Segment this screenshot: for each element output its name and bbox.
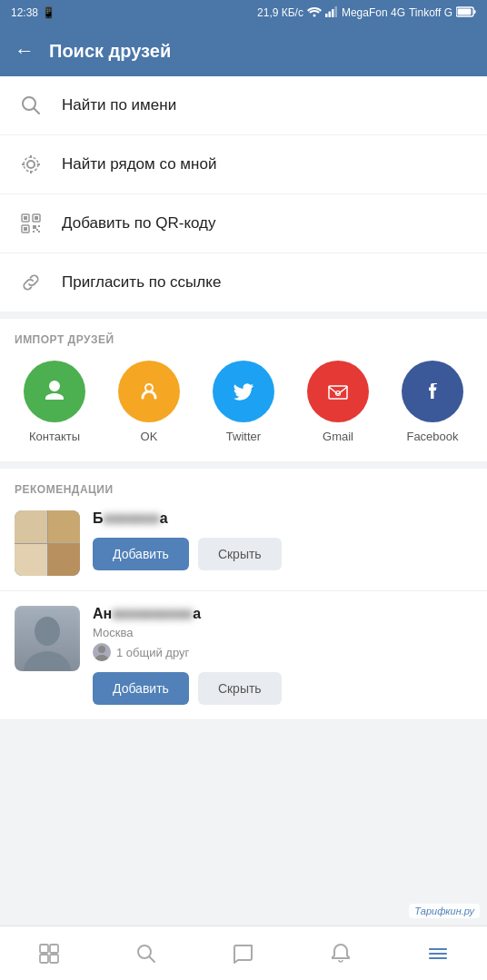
facebook-label: Facebook [406, 430, 458, 443]
menu-item-search-nearby[interactable]: Найти рядом со мной [0, 135, 487, 194]
svg-rect-7 [474, 10, 476, 14]
svg-point-0 [313, 14, 315, 16]
facebook-circle [402, 361, 463, 422]
svg-rect-36 [50, 945, 58, 953]
import-twitter[interactable]: Twitter [213, 361, 274, 443]
import-items: Контакты OK [0, 361, 487, 443]
status-time: 12:38 [11, 6, 38, 19]
nav-chat[interactable] [222, 932, 265, 975]
bottom-nav [0, 926, 487, 980]
qr-icon [18, 211, 44, 236]
reco-info-2: Анxxxxxxxxxxа Москва 1 общий друг Добави… [93, 606, 472, 705]
watermark: Тарифкин.ру [409, 904, 480, 918]
import-facebook[interactable]: Facebook [402, 361, 463, 443]
svg-rect-17 [24, 216, 27, 220]
menu-section: Найти по имени Найти рядом со мной [0, 76, 487, 312]
nav-menu[interactable] [416, 932, 460, 975]
status-battery: Tinkoff G [409, 6, 452, 19]
reco-actions-1: Добавить Скрыть [93, 538, 472, 570]
reco-city-2: Москва [93, 626, 472, 639]
svg-text:G: G [334, 389, 341, 398]
search-icon [18, 93, 44, 118]
svg-rect-25 [36, 229, 38, 231]
reco-item-2: Анxxxxxxxxxxа Москва 1 общий друг Добави… [0, 591, 487, 720]
top-nav: ← Поиск друзей [0, 25, 487, 76]
status-carrier: MegaFon 4G [342, 6, 405, 19]
status-speed: 21,9 КБ/с [257, 6, 303, 19]
svg-rect-37 [40, 955, 48, 963]
add-button-2[interactable]: Добавить [93, 672, 189, 705]
svg-rect-3 [332, 9, 334, 17]
mutual-avatar-icon [93, 643, 111, 661]
menu-label-invite-by-link: Пригласить по ссылке [62, 273, 221, 292]
menu-item-invite-by-link[interactable]: Пригласить по ссылке [0, 253, 487, 312]
reco-avatar-1 [15, 510, 80, 576]
svg-rect-2 [328, 11, 331, 17]
svg-rect-26 [38, 231, 40, 233]
menu-item-add-by-qr[interactable]: Добавить по QR-коду [0, 194, 487, 253]
menu-label-search-nearby: Найти рядом со мной [62, 155, 216, 173]
import-ok[interactable]: OK [118, 361, 180, 443]
contacts-circle [24, 361, 85, 422]
import-section: ИМПОРТ ДРУЗЕЙ Контакты [0, 319, 487, 461]
svg-point-34 [95, 655, 108, 661]
svg-line-40 [149, 956, 154, 962]
reco-actions-2: Добавить Скрыть [93, 672, 472, 705]
svg-rect-6 [458, 8, 472, 15]
mutual-text-2: 1 общий друг [116, 646, 189, 659]
svg-rect-1 [325, 14, 328, 17]
nav-notifications[interactable] [319, 932, 363, 975]
reco-mutual-2: 1 общий друг [93, 643, 472, 661]
link-icon [18, 270, 44, 295]
svg-line-9 [35, 109, 40, 114]
ok-circle [118, 361, 180, 422]
nav-home[interactable] [27, 932, 71, 975]
hide-button-2[interactable]: Скрыть [198, 672, 282, 705]
import-contacts[interactable]: Контакты [24, 361, 85, 443]
svg-rect-21 [24, 227, 27, 231]
ok-label: OK [141, 430, 158, 443]
svg-point-10 [27, 161, 35, 168]
page-title: Поиск друзей [49, 41, 171, 62]
twitter-circle [213, 361, 274, 422]
svg-point-28 [146, 385, 152, 391]
location-icon [18, 152, 44, 177]
svg-rect-4 [334, 6, 337, 17]
nav-search[interactable] [124, 932, 168, 975]
svg-rect-22 [33, 225, 36, 229]
reco-avatar-2 [15, 606, 80, 671]
import-gmail[interactable]: G Gmail [307, 361, 369, 443]
back-button[interactable]: ← [15, 39, 35, 63]
status-wifi-icon [307, 6, 322, 20]
contacts-label: Контакты [29, 430, 80, 443]
recommendations-section: РЕКОМЕНДАЦИИ Бxxxxxxxа Добавить Скрыть [0, 469, 487, 720]
menu-item-search-by-name[interactable]: Найти по имени [0, 76, 487, 135]
svg-rect-38 [50, 955, 58, 963]
svg-point-11 [24, 157, 38, 172]
gmail-label: Gmail [323, 430, 353, 443]
svg-rect-23 [38, 225, 40, 227]
svg-point-33 [98, 646, 105, 653]
reco-name-2: Анxxxxxxxxxxа [93, 606, 472, 622]
reco-section-title: РЕКОМЕНДАЦИИ [0, 469, 487, 496]
svg-rect-35 [40, 945, 48, 953]
twitter-label: Twitter [226, 430, 261, 443]
add-button-1[interactable]: Добавить [93, 538, 189, 570]
menu-label-add-by-qr: Добавить по QR-коду [62, 214, 216, 233]
reco-name-1: Бxxxxxxxа [93, 510, 472, 527]
reco-item-1: Бxxxxxxxа Добавить Скрыть [0, 496, 487, 591]
gmail-circle: G [307, 361, 369, 422]
hide-button-1[interactable]: Скрыть [198, 538, 282, 570]
status-signal-icon [325, 6, 338, 20]
reco-info-1: Бxxxxxxxа Добавить Скрыть [93, 510, 472, 570]
status-app-icon: 📱 [42, 6, 55, 19]
import-section-title: ИМПОРТ ДРУЗЕЙ [0, 333, 487, 361]
status-battery-icon [456, 6, 476, 20]
svg-rect-24 [33, 231, 35, 233]
status-bar: 12:38 📱 21,9 КБ/с MegaFon 4G Tinkoff G [0, 0, 487, 25]
menu-label-search-by-name: Найти по имени [62, 96, 176, 114]
svg-rect-19 [35, 216, 38, 220]
